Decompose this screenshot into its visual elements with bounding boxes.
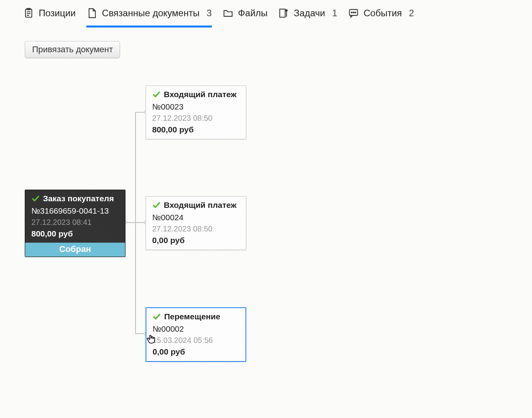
card-number: №31669659-0041-13 [31,206,119,216]
card-number: №00023 [152,102,240,111]
card-date: 27.12.2023 08:50 [152,224,240,233]
card-header: Входящий платеж [152,90,240,99]
tab-label: Задачи [294,8,325,19]
card-title: Заказ покупателя [43,194,114,203]
document-card[interactable]: Перемещение №00002 15.03.2024 05:56 0,00… [146,307,246,362]
link-document-button[interactable]: Привязать документ [25,41,120,58]
svg-rect-5 [280,9,285,17]
tab-positions[interactable]: Позиции [23,8,76,27]
tab-count: 2 [409,8,414,19]
card-amount: 800,00 руб [31,229,119,238]
card-date: 27.12.2023 08:50 [152,114,240,123]
card-status: Собран [25,242,125,257]
check-icon [31,194,40,203]
folder-icon [223,8,233,19]
card-date: 27.12.2023 08:41 [31,218,119,227]
card-header: Заказ покупателя [31,194,119,203]
tab-tasks[interactable]: Задачи 1 [278,8,337,27]
tab-label: Позиции [39,8,76,19]
tab-count: 3 [206,8,211,19]
document-card[interactable]: Входящий платеж №00023 27.12.2023 08:50 … [146,86,246,139]
clipboard-list-icon [23,8,34,19]
note-edit-icon [278,8,289,19]
card-date: 15.03.2024 05:56 [153,336,239,345]
svg-rect-0 [26,9,32,17]
card-number: №00002 [153,324,239,334]
document-card[interactable]: Входящий платеж №00024 27.12.2023 08:50 … [146,196,246,250]
tab-related-documents[interactable]: Связанные документы 3 [86,8,212,27]
svg-point-8 [353,12,354,13]
card-title: Входящий платеж [164,200,237,210]
tabs-bar: Позиции Связанные документы 3 Файлы Зада… [0,0,532,27]
tab-label: Файлы [238,8,268,19]
document-card-root[interactable]: Заказ покупателя №31669659-0041-13 27.12… [25,190,125,257]
card-header: Входящий платеж [152,200,240,210]
svg-point-9 [355,12,356,13]
card-amount: 0,00 руб [152,236,240,245]
file-icon [86,8,97,19]
card-title: Входящий платеж [164,90,237,99]
card-number: №00024 [152,213,240,222]
chat-dots-icon [348,8,359,19]
tab-events[interactable]: События 2 [348,8,414,27]
tab-files[interactable]: Файлы [223,8,268,27]
card-title: Перемещение [164,312,220,321]
check-icon [153,312,161,321]
tab-label: Связанные документы [102,8,199,19]
check-icon [152,90,161,99]
svg-point-7 [351,12,352,13]
tab-count: 1 [332,8,337,19]
card-header: Перемещение [153,312,239,321]
card-amount: 0,00 руб [153,347,239,356]
tab-label: События [364,8,402,19]
check-icon [152,201,161,209]
card-amount: 800,00 руб [152,125,240,134]
